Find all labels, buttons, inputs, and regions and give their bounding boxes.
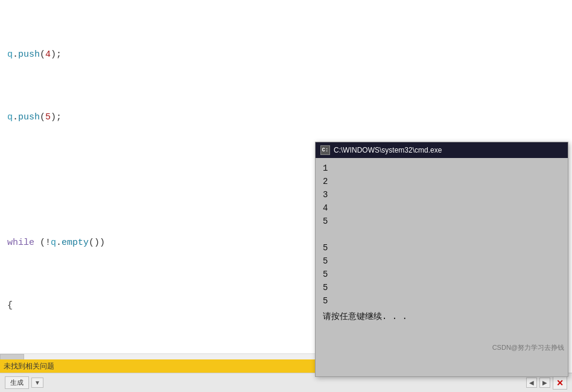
cmd-output-line: 5: [323, 268, 561, 281]
nav-right[interactable]: ▶: [539, 378, 550, 388]
code-line: q.push(4);: [5, 47, 572, 63]
cmd-output-line: 4: [323, 201, 561, 215]
cmd-icon: C:: [320, 145, 330, 155]
generate-button[interactable]: 生成: [5, 376, 29, 389]
cmd-output-line: 5: [323, 254, 561, 268]
cmd-window: C: C:\WINDOWS\system32\cmd.exe 1 2 3 4 5…: [315, 142, 568, 377]
status-bar: 未找到相关问题: [0, 359, 320, 373]
cmd-output-line: 5: [323, 241, 561, 254]
dropdown-arrow[interactable]: ▼: [31, 378, 43, 388]
code-line: q.push(5);: [5, 110, 572, 125]
cmd-body: 1 2 3 4 5 5 5 5 5 5 请按任意键继续. . .: [316, 158, 568, 327]
cmd-output-line: 5: [323, 281, 561, 294]
status-text: 未找到相关问题: [4, 361, 54, 371]
horizontal-scrollbar[interactable]: [0, 353, 320, 359]
cmd-output-line: [323, 228, 561, 241]
cmd-output-line: 5: [323, 215, 561, 228]
cmd-titlebar: C: C:\WINDOWS\system32\cmd.exe: [316, 142, 568, 158]
cmd-title: C:\WINDOWS\system32\cmd.exe: [334, 146, 442, 154]
close-button[interactable]: ✕: [553, 376, 567, 390]
nav-left[interactable]: ◀: [526, 378, 537, 388]
cmd-output-line: 2: [323, 175, 561, 188]
cmd-output-line: 3: [323, 188, 561, 201]
cmd-output-line: 1: [323, 162, 561, 175]
watermark: CSDN@努力学习去挣钱: [492, 343, 564, 352]
cmd-continue-text: 请按任意键继续. . .: [323, 310, 561, 323]
cmd-output-line: 5: [323, 294, 561, 308]
